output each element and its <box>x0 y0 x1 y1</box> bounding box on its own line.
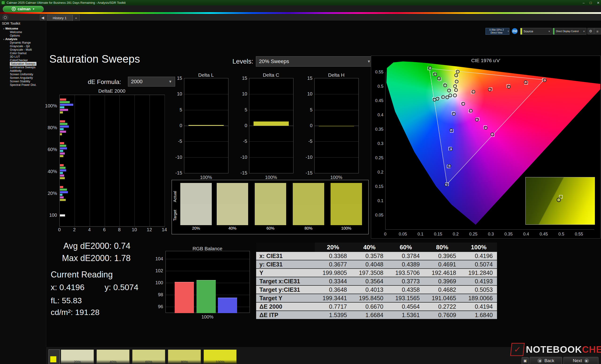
delta_c-gridline <box>249 141 293 142</box>
table-cell: 193.5706 <box>388 268 424 277</box>
sidebar-item-grayscale-multi[interactable]: Grayscale - Multi <box>0 48 56 52</box>
table-cell: 0.4194 <box>460 302 497 311</box>
layout-button[interactable]: ▣ <box>522 357 529 364</box>
tab-bar: ◀ History 1 + X-Rite i1Pro 2 Direct View… <box>0 14 601 21</box>
deltae-bar-green <box>60 145 66 147</box>
deltae-bar-green <box>60 167 66 169</box>
tree-group-welcome[interactable]: ▾Welcome <box>0 27 49 30</box>
sidebar-item-dynamic-range[interactable]: Dynamic Range <box>0 41 56 45</box>
options-button[interactable]: ≡ <box>594 28 601 35</box>
title-bar: Calman 2025 Calman Ultimate for Business… <box>0 0 601 5</box>
delta-l-x-label: 100% <box>184 175 228 180</box>
sidebar-item-welcome[interactable]: Welcome <box>0 30 56 34</box>
next-button[interactable]: Next ▶ <box>563 357 598 364</box>
delta_h-y-tick: 0 <box>295 123 312 128</box>
results-data-table: 20%40%60%80%100%x: CIE310.33680.35780.37… <box>256 242 497 319</box>
delta-h-title: Delta H <box>314 72 358 78</box>
sidebar-item-spectral-power-dist-[interactable]: Spectral Power Dist. <box>0 83 56 87</box>
tab-scroll-left-button[interactable]: ◀ <box>40 15 46 20</box>
deltae-gridline <box>75 95 75 226</box>
rgb-y-tick: 100 <box>145 280 163 286</box>
table-cell: 191.2840 <box>460 268 497 277</box>
cie-y-tick: 0.45 <box>372 98 383 103</box>
fl-reading: fL: 55.83 <box>51 296 82 305</box>
deltae-x-tick: 10 <box>130 227 139 232</box>
spectrum-strip <box>0 12 601 14</box>
delta_l-y-tick: 15 <box>165 76 182 81</box>
settings-button[interactable]: ⚙ <box>587 28 594 35</box>
deltae-bar-yellow <box>60 133 62 135</box>
sidebar-item-screen-angularity[interactable]: Screen Angularity <box>0 76 56 80</box>
cie-diagram-panel: CIE 1976 u'v' 00.050.10.150.20.250.30.35… <box>371 56 601 239</box>
thumbnail-20%[interactable]: 20% <box>61 349 94 364</box>
delta_l-gridline <box>184 126 228 126</box>
thumbnail-40%[interactable]: 40% <box>97 349 130 364</box>
avg-de2000-label: Avg dE2000: <box>63 241 112 251</box>
meter-device-button[interactable]: X-Rite i1Pro 2 Direct View ▼ <box>485 28 510 35</box>
table-col-header: 20% <box>315 242 351 252</box>
sidebar-item-color-gamut[interactable]: Color Gamut <box>0 52 56 55</box>
table-col-header: 40% <box>351 242 388 252</box>
sidebar-item-additivity[interactable]: Additivity <box>0 69 56 73</box>
next-button-label: Next <box>573 358 582 363</box>
delta_c-gridline <box>249 157 293 158</box>
deltae-y-tick: 20% <box>29 191 57 196</box>
calman-menu-button[interactable]: calman ▼ <box>3 6 44 12</box>
x-label: x: <box>51 283 57 292</box>
sidebar-item-luminance-sweeps[interactable]: Luminance Sweeps <box>0 66 56 69</box>
delta_h-bar <box>319 126 354 126</box>
table-cell: 0.2722 <box>424 302 460 311</box>
thumbnail-100%[interactable]: 100% <box>203 349 237 364</box>
gear-icon: ⚙ <box>589 29 592 33</box>
levels-dropdown[interactable]: 20% Sweeps ▼ <box>256 56 374 67</box>
cie-y-axis <box>385 72 385 230</box>
cie-y-tick: 0.5 <box>372 84 383 89</box>
sidebar-item-options[interactable]: Options <box>0 34 56 38</box>
next-arrow-icon: ▶ <box>584 358 589 363</box>
deltae-bar-cyan <box>60 150 63 152</box>
sidebar-item-grayscale-2pt[interactable]: Grayscale - 2pt <box>0 45 56 48</box>
sidebar-item-screen-uniformity[interactable]: Screen Uniformity <box>0 73 56 76</box>
close-button[interactable]: ✕ <box>597 1 600 5</box>
deltae-x-tick: 2 <box>70 227 79 232</box>
fl-label: fL: <box>51 296 60 305</box>
delta_l-y-tick: 0 <box>165 123 182 128</box>
thumbnail-80%[interactable]: 80% <box>168 349 201 364</box>
sidebar-item-colorchecker[interactable]: ColorChecker <box>0 59 56 62</box>
back-button[interactable]: ◀ Back <box>530 357 562 364</box>
cie-y-tick: 0.3 <box>372 141 383 146</box>
table-row: y: CIE310.36770.40480.43890.46910.5074 <box>256 260 497 268</box>
swatch-label-40%: 40% <box>217 226 248 231</box>
calman-window: Calman 2025 Calman Ultimate for Business… <box>0 0 601 364</box>
display-control-dropdown[interactable]: Direct Display Control ▼ <box>553 28 586 35</box>
table-row: Target Y199.3441195.8450193.1565191.0465… <box>256 294 497 302</box>
delta_h-y-tick: -15 <box>295 170 312 176</box>
meter-device-line1: X-Rite i1Pro 2 <box>486 29 507 31</box>
thumbnail-60%[interactable]: 60% <box>132 349 165 364</box>
tree-collapse-icon: ▾ <box>3 38 4 41</box>
tab-label: History 1 <box>53 16 66 20</box>
rgb-gridline <box>166 259 250 259</box>
sidebar-item-screen-stability[interactable]: Screen Stability <box>0 80 56 83</box>
add-tab-button[interactable]: + <box>72 15 80 21</box>
tree-group-analysis[interactable]: ▾Analysis <box>0 38 49 41</box>
tab-history-1[interactable]: History 1 <box>47 15 72 21</box>
table-cell: 0.3773 <box>388 277 424 286</box>
thumbnail-current[interactable] <box>49 349 60 364</box>
maximize-button[interactable]: □ <box>590 1 592 5</box>
delta_c-y-tick: 15 <box>230 76 247 81</box>
sidebar-item-3d-lut[interactable]: 3D LUT <box>0 55 56 59</box>
menu-icon: ≡ <box>597 29 599 33</box>
swatch-label-20%: 20% <box>180 226 212 231</box>
minimize-button[interactable]: – <box>583 1 585 5</box>
source-dropdown[interactable]: Source ▼ <box>520 28 552 35</box>
table-cell: 1.6684 <box>351 311 388 319</box>
table-cell: 0.4193 <box>460 277 497 286</box>
sidebar-item-saturation-sweeps[interactable]: Saturation Sweeps <box>0 62 56 66</box>
delta_h-gridline <box>315 141 359 142</box>
swatch-label-60%: 60% <box>255 226 286 231</box>
current-xy-reading: x: 0.4196 y: 0.5074 <box>51 283 139 292</box>
table-cell: 0.6670 <box>351 302 388 311</box>
sidebar-menu-button[interactable] <box>2 15 8 20</box>
cie-y-tick: 0.4 <box>372 113 383 117</box>
